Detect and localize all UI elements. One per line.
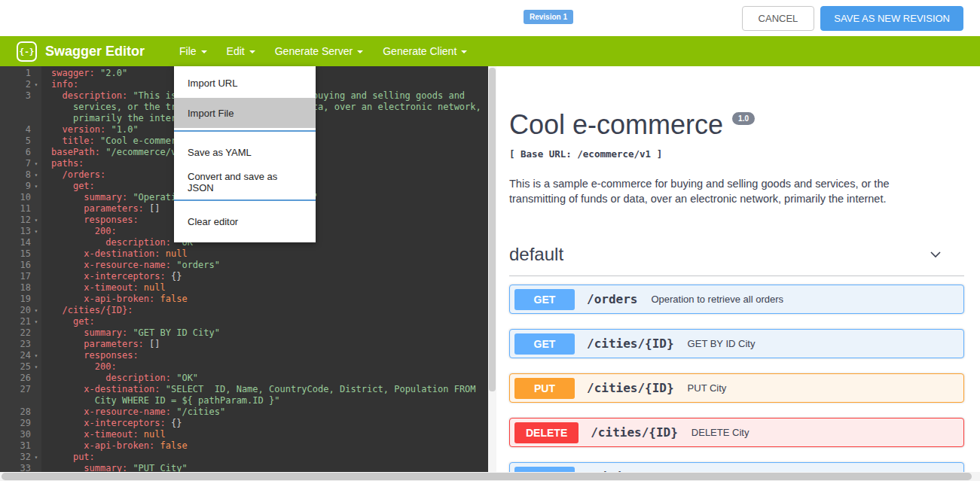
code-token: x-timeout: xyxy=(84,282,138,293)
line-number: 31 xyxy=(0,440,41,452)
operation-summary: Operation to retrieve all orders xyxy=(651,294,783,305)
menu-item-import-url[interactable]: Import URL xyxy=(174,68,316,98)
fold-toggle-icon[interactable]: ▾ xyxy=(31,169,41,181)
code-token xyxy=(95,135,100,146)
topbar: Revision 1 CANCEL SAVE AS NEW REVISION xyxy=(0,0,980,36)
caret-down-icon xyxy=(201,50,207,53)
code-text: /cities/{ID}: xyxy=(41,305,133,316)
fold-toggle-icon[interactable]: ▾ xyxy=(31,158,41,169)
operation-row-put-cities-id-[interactable]: PUT/cities/{ID}PUT City xyxy=(509,373,964,403)
code-text: x-timeout: null xyxy=(41,429,166,440)
code-token xyxy=(139,429,144,440)
fold-toggle-icon[interactable]: ▾ xyxy=(31,226,41,237)
save-as-new-revision-button[interactable]: SAVE AS NEW REVISION xyxy=(820,6,963,31)
vertical-scrollbar-thumb[interactable] xyxy=(489,68,496,391)
code-line: 22 summary: "GET BY ID City" xyxy=(0,327,496,339)
code-token: false xyxy=(160,440,188,451)
line-number: 8▾ xyxy=(0,169,41,181)
menu-item-import-file[interactable]: Import File xyxy=(174,98,316,128)
code-token xyxy=(51,429,84,440)
fold-toggle-icon[interactable]: ▾ xyxy=(31,350,41,361)
code-token: City WHERE ID = ${ pathParam.ID }" xyxy=(95,395,280,406)
file-dropdown-menu: Import URLImport FileSave as YAMLConvert… xyxy=(174,66,316,242)
menu-edit[interactable]: Edit xyxy=(227,45,255,57)
line-number-text: 25 xyxy=(20,361,31,373)
line-number-text: 17 xyxy=(20,271,31,282)
code-line: 29 x-interceptors: {} xyxy=(0,418,496,429)
code-line: 21▾ get: xyxy=(0,316,496,327)
code-text: x-interceptors: {} xyxy=(41,418,182,429)
menu-generate-server[interactable]: Generate Server xyxy=(275,45,364,57)
line-number-text: 26 xyxy=(20,373,31,384)
menu-item-convert-and-save-as-json[interactable]: Convert and save as JSON xyxy=(174,167,316,197)
code-line: 23 parameters: [] xyxy=(0,339,496,350)
operation-row-get-orders[interactable]: GET/ordersOperation to retrieve all orde… xyxy=(509,285,964,314)
code-token xyxy=(160,248,166,259)
code-token: get: xyxy=(73,181,95,191)
fold-toggle-icon[interactable]: ▾ xyxy=(31,316,41,327)
code-text: x-resource-name: "orders" xyxy=(41,260,220,271)
horizontal-scrollbar[interactable] xyxy=(0,472,980,481)
code-text: version: "1.0" xyxy=(41,124,139,135)
line-number-text: 29 xyxy=(20,418,31,429)
code-text: x-interceptors: {} xyxy=(41,271,182,282)
code-text: put: xyxy=(41,452,95,463)
code-text: summary: "GET BY ID City" xyxy=(41,327,220,339)
code-token xyxy=(51,395,95,406)
api-title: Cool e-commerce1.0 xyxy=(509,105,964,141)
code-token: {} xyxy=(166,418,182,428)
code-token xyxy=(51,203,84,214)
operation-path: /cities/{ID} xyxy=(587,336,674,351)
method-badge: DELETE xyxy=(514,422,579,443)
fold-toggle-icon[interactable]: ▾ xyxy=(31,361,41,373)
fold-toggle-icon[interactable]: ▾ xyxy=(31,181,41,192)
horizontal-scrollbar-thumb[interactable] xyxy=(2,473,972,480)
code-token xyxy=(51,169,62,180)
menu-item-save-as-yaml[interactable]: Save as YAML xyxy=(174,137,316,167)
code-line: 25▾ 200: xyxy=(0,361,496,373)
fold-toggle-icon[interactable]: ▾ xyxy=(31,215,41,226)
method-badge: GET xyxy=(514,289,575,310)
menu-file[interactable]: File xyxy=(179,45,207,57)
menu-item-clear-editor[interactable]: Clear editor xyxy=(174,206,316,236)
operation-row-delete-cities-id-[interactable]: DELETE/cities/{ID}DELETE City xyxy=(509,418,964,447)
line-number-text: 31 xyxy=(20,440,31,452)
fold-toggle-icon[interactable]: ▾ xyxy=(31,79,41,90)
api-documentation-pane: Cool e-commerce1.0 [ Base URL: /ecommerc… xyxy=(496,66,980,481)
section-default-header[interactable]: default xyxy=(509,244,964,276)
code-text: parameters: [] xyxy=(41,339,160,350)
fold-toggle-icon[interactable]: ▾ xyxy=(31,452,41,463)
line-number-text: 15 xyxy=(20,248,31,260)
code-token: null xyxy=(144,429,166,440)
code-line: 31 x-api-broken: false xyxy=(0,440,496,452)
code-token xyxy=(51,135,62,146)
operation-row-get-cities-id-[interactable]: GET/cities/{ID}GET BY ID City xyxy=(509,329,964,358)
line-number-text: 24 xyxy=(20,350,31,361)
menu-divider xyxy=(174,199,316,201)
code-token: parameters: xyxy=(84,339,143,349)
line-number-text: 32 xyxy=(20,452,31,463)
chevron-down-icon[interactable] xyxy=(928,247,943,262)
code-token xyxy=(154,440,160,451)
line-number: 1 xyxy=(0,68,41,79)
cancel-button[interactable]: CANCEL xyxy=(742,6,815,31)
code-line: 30 x-timeout: null xyxy=(0,429,496,440)
code-line: 18 x-timeout: null xyxy=(0,282,496,294)
line-number: 24▾ xyxy=(0,350,41,361)
section-title: default xyxy=(509,244,563,265)
code-token xyxy=(51,271,84,282)
menu-generate-client[interactable]: Generate Client xyxy=(383,45,467,57)
line-number: 21▾ xyxy=(0,316,41,327)
code-token xyxy=(160,384,166,394)
code-token: "SELECT ID, Name, CountryCode, District,… xyxy=(166,384,476,394)
code-token: responses: xyxy=(84,350,138,361)
code-line: 15 x-destination: null xyxy=(0,248,496,260)
code-token xyxy=(51,452,73,462)
code-token: title: xyxy=(62,135,94,146)
code-token: null xyxy=(144,282,166,293)
editor-vertical-scrollbar[interactable] xyxy=(488,66,496,481)
line-number-text: 20 xyxy=(20,305,31,316)
code-token: "/cities" xyxy=(176,406,225,417)
code-token: description: xyxy=(105,237,171,248)
fold-toggle-icon[interactable]: ▾ xyxy=(31,305,41,316)
